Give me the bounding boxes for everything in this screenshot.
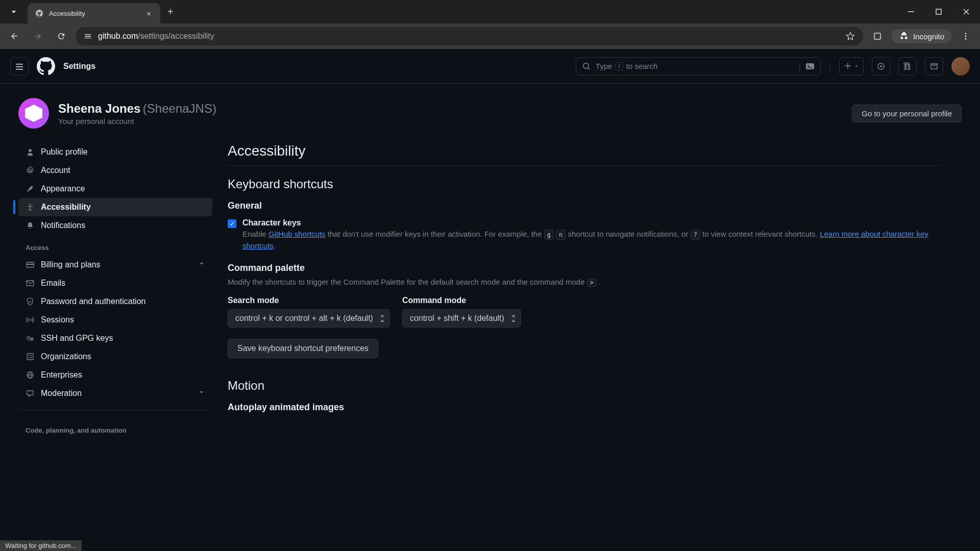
reload-button[interactable] xyxy=(52,27,70,45)
page-title: Accessibility xyxy=(228,143,941,166)
profile-display-name: Sheena Jones xyxy=(58,102,140,115)
svg-rect-11 xyxy=(27,281,34,286)
back-button[interactable] xyxy=(5,27,23,45)
tab-close-icon[interactable]: × xyxy=(144,9,153,18)
character-keys-checkbox[interactable]: ✓ xyxy=(228,219,236,228)
sidebar-item-label: Enterprises xyxy=(41,370,82,380)
sidebar-item-label: Account xyxy=(41,166,70,175)
command-mode-select[interactable]: control + shift + k (default) xyxy=(402,309,521,328)
sidebar-item-ssh-and-gpg-keys[interactable]: SSH and GPG keys xyxy=(18,329,212,347)
sidebar-item-organizations[interactable]: Organizations xyxy=(18,347,212,366)
site-info-icon[interactable] xyxy=(84,32,92,40)
keyboard-section-heading: Keyboard shortcuts xyxy=(228,177,941,191)
svg-rect-17 xyxy=(29,357,30,358)
sidebar-item-label: Sessions xyxy=(41,315,74,324)
sidebar-item-billing-and-plans[interactable]: Billing and plans xyxy=(18,256,212,274)
header-title[interactable]: Settings xyxy=(63,62,95,71)
sidebar-item-notifications[interactable]: Notifications xyxy=(18,216,212,235)
profile-header: Sheena Jones (SheenaJNS) Your personal a… xyxy=(18,98,962,129)
close-window-button[interactable] xyxy=(952,0,980,23)
sidebar-item-label: Moderation xyxy=(41,389,82,398)
minimize-button[interactable] xyxy=(897,0,925,23)
browser-menu-icon[interactable] xyxy=(957,27,975,45)
github-logo-icon[interactable] xyxy=(37,57,55,76)
sidebar-item-label: SSH and GPG keys xyxy=(41,334,113,343)
bookmark-icon[interactable] xyxy=(846,32,855,41)
issues-button[interactable] xyxy=(872,57,890,76)
svg-rect-10 xyxy=(27,264,34,265)
svg-point-12 xyxy=(30,319,31,321)
extensions-icon[interactable] xyxy=(868,27,887,45)
profile-subtitle: Your personal account xyxy=(58,117,216,126)
card-icon xyxy=(26,260,35,269)
person-icon xyxy=(26,147,35,157)
github-shortcuts-link[interactable]: GitHub shortcuts xyxy=(268,230,326,238)
pull-requests-button[interactable] xyxy=(898,57,917,76)
svg-point-8 xyxy=(30,204,31,206)
save-keyboard-prefs-button[interactable]: Save keyboard shortcut preferences xyxy=(228,339,378,358)
go-to-profile-button[interactable]: Go to your personal profile xyxy=(852,105,962,122)
kbd-n: n xyxy=(556,230,566,240)
search-mode-label: Search mode xyxy=(228,296,390,305)
general-heading: General xyxy=(228,201,941,211)
svg-rect-0 xyxy=(908,11,914,12)
kbd-g: g xyxy=(544,230,554,240)
svg-point-13 xyxy=(27,337,30,340)
accessibility-icon xyxy=(26,203,35,212)
broadcast-icon xyxy=(26,315,35,324)
browser-tab-bar: Accessibility × + xyxy=(0,0,980,23)
sidebar-divider xyxy=(18,410,212,410)
sidebar-item-sessions[interactable]: Sessions xyxy=(18,311,212,329)
sidebar-item-accessibility[interactable]: Accessibility xyxy=(18,198,212,216)
search-icon xyxy=(582,62,591,70)
browser-tab[interactable]: Accessibility × xyxy=(28,3,160,23)
sidebar-item-moderation[interactable]: Moderation xyxy=(18,384,212,403)
sidebar-item-password-and-authentication[interactable]: Password and authentication xyxy=(18,292,212,311)
chevron-down-icon xyxy=(854,64,859,69)
hamburger-menu-button[interactable] xyxy=(10,57,29,76)
profile-avatar[interactable] xyxy=(18,98,49,129)
maximize-button[interactable] xyxy=(925,0,952,23)
user-avatar[interactable] xyxy=(951,57,970,76)
sidebar-item-label: Notifications xyxy=(41,221,85,230)
sidebar-item-label: Billing and plans xyxy=(41,260,101,269)
autoplay-heading: Autoplay animated images xyxy=(228,402,941,413)
forward-button[interactable] xyxy=(29,27,47,45)
sidebar-item-account[interactable]: Account xyxy=(18,161,212,180)
sidebar-item-label: Public profile xyxy=(41,147,88,157)
url-bar[interactable]: github.com/settings/accessibility xyxy=(76,27,863,45)
svg-rect-14 xyxy=(27,354,33,360)
command-palette-description: Modify the shortcuts to trigger the Comm… xyxy=(228,278,941,287)
chevron-down-icon xyxy=(198,389,205,398)
profile-handle: (SheenaJNS) xyxy=(143,102,216,115)
kbd-question: ? xyxy=(691,230,700,240)
search-input[interactable]: Type / to search | xyxy=(576,57,821,76)
address-bar: github.com/settings/accessibility Incogn… xyxy=(0,23,980,49)
sidebar-item-label: Password and authentication xyxy=(41,297,145,306)
search-mode-select[interactable]: control + k or control + alt + k (defaul… xyxy=(228,309,390,328)
sidebar-item-emails[interactable]: Emails xyxy=(18,274,212,292)
settings-sidebar: Public profileAccountAppearanceAccessibi… xyxy=(18,143,212,438)
gear-icon xyxy=(26,166,35,175)
sidebar-item-enterprises[interactable]: Enterprises xyxy=(18,366,212,384)
notifications-button[interactable] xyxy=(925,57,943,76)
sidebar-item-public-profile[interactable]: Public profile xyxy=(18,143,212,161)
command-palette-icon[interactable] xyxy=(806,62,814,70)
key-icon xyxy=(26,334,35,343)
svg-point-7 xyxy=(880,65,882,67)
sidebar-group-code: Code, planning, and automation xyxy=(18,417,212,438)
bell-icon xyxy=(26,221,35,230)
search-placeholder: Type / to search xyxy=(596,62,794,70)
incognito-badge[interactable]: Incognito xyxy=(892,29,951,43)
create-new-button[interactable] xyxy=(839,57,864,76)
tab-list-button[interactable] xyxy=(0,0,28,23)
org-icon xyxy=(26,352,35,361)
sidebar-item-appearance[interactable]: Appearance xyxy=(18,180,212,198)
sidebar-item-label: Accessibility xyxy=(41,203,91,212)
sidebar-item-label: Emails xyxy=(41,279,65,288)
character-keys-label: Character keys xyxy=(242,218,941,228)
kbd-command-mode: > xyxy=(587,279,597,287)
motion-section-heading: Motion xyxy=(228,379,941,393)
command-mode-label: Command mode xyxy=(402,296,521,305)
new-tab-button[interactable]: + xyxy=(160,6,181,18)
